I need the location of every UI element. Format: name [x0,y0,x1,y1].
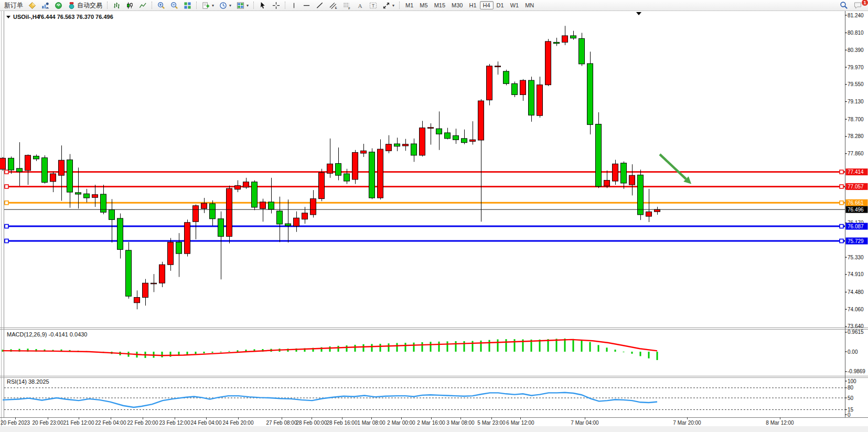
svg-text:0: 0 [848,412,851,418]
chat-badge: 1 [862,0,868,6]
svg-text:77.414: 77.414 [848,169,864,175]
tile-windows-button[interactable] [181,1,194,10]
svg-text:E: E [335,6,337,9]
svg-text:-0.9869: -0.9869 [848,368,865,374]
price-badge-75.729: 75.729 [846,238,868,245]
svg-text:79.970: 79.970 [848,65,864,70]
data-window-icon[interactable] [39,1,52,10]
svg-text:27 Feb 08:00: 27 Feb 08:00 [266,420,297,426]
svg-text:21 Feb 12:00: 21 Feb 12:00 [63,420,94,426]
period-button[interactable]: ▾ [217,1,234,10]
macd-label: MACD(12,26,9) -0.4141 0.0430 [7,331,87,338]
template-button[interactable]: ▾ [234,1,251,10]
svg-text:80: 80 [848,385,854,391]
line-chart-button[interactable] [136,1,149,10]
chart-title: USOil-,H476.444 76.563 76.370 76.496 [6,14,113,20]
tf-m30[interactable]: M30 [448,1,466,9]
chart-canvas[interactable]: 81.24080.81080.39079.97079.55079.13078.7… [0,0,868,432]
svg-text:2 Mar 00:00: 2 Mar 00:00 [387,420,415,426]
channel-button[interactable]: E [326,1,340,10]
svg-text:50: 50 [848,395,854,401]
svg-text:78.700: 78.700 [848,117,864,122]
svg-text:15: 15 [848,407,854,413]
svg-text:76.496: 76.496 [848,207,864,213]
fibonacci-button[interactable]: F [340,1,353,10]
cursor-button[interactable] [256,1,270,10]
text-button[interactable]: A [353,1,367,10]
svg-text:20 Feb 2023: 20 Feb 2023 [1,420,30,426]
price-badge-76.496: 76.496 [846,206,868,213]
search-button[interactable] [837,1,851,10]
svg-text:6 Mar 12:00: 6 Mar 12:00 [506,420,534,426]
svg-text:A: A [358,2,362,8]
tf-d1[interactable]: D1 [494,1,507,9]
tf-m1[interactable]: M1 [402,1,416,9]
svg-text:76.661: 76.661 [848,200,864,206]
new-order-button[interactable]: 新订单 [2,1,26,10]
tf-h1[interactable]: H1 [466,1,479,9]
tf-h4[interactable]: H4 [480,1,494,9]
rsi-label: RSI(14) 38.2025 [7,378,49,385]
svg-text:USOil-,H4: USOil-,H4 [13,14,40,20]
svg-text:28 Feb 00:00: 28 Feb 00:00 [296,420,327,426]
zoom-in-button[interactable] [155,1,168,10]
gold-cube-icon[interactable] [26,1,39,10]
svg-text:5 Mar 23:00: 5 Mar 23:00 [477,420,506,426]
svg-text:28 Feb 16:00: 28 Feb 16:00 [327,420,358,426]
svg-text:79.550: 79.550 [848,81,864,87]
tf-w1[interactable]: W1 [507,1,522,9]
zoom-out-button[interactable] [168,1,181,10]
new-order-label: 新订单 [4,1,23,10]
svg-text:76.444 76.563 76.370 76.496: 76.444 76.563 76.370 76.496 [38,14,113,20]
navigator-icon[interactable] [52,1,65,10]
autotrading-button[interactable]: 自动交易 [65,1,105,10]
price-badge-77.414: 77.414 [846,168,868,175]
bar-chart-button[interactable] [110,1,123,10]
svg-text:75.729: 75.729 [848,238,864,244]
chevron-down-icon: ▾ [247,3,249,8]
price-badge-76.661: 76.661 [846,199,868,206]
svg-text:7 Mar 04:00: 7 Mar 04:00 [571,420,599,426]
separator [253,2,254,9]
svg-text:T: T [372,3,374,8]
arrows-button[interactable]: ▾ [380,1,397,10]
svg-text:77.057: 77.057 [848,184,864,189]
svg-text:100: 100 [848,378,856,384]
tf-m5[interactable]: M5 [416,1,431,9]
label-button[interactable]: T [367,1,380,10]
separator [399,2,400,9]
crosshair-button[interactable] [270,1,283,10]
svg-text:23 Feb 12:00: 23 Feb 12:00 [159,420,190,426]
svg-text:80.390: 80.390 [848,47,864,53]
chat-button[interactable]: 1 [851,1,865,10]
horizontal-line-button[interactable] [300,1,313,10]
trendline-button[interactable] [313,1,326,10]
svg-text:78.280: 78.280 [848,133,864,139]
svg-text:20 Feb 23:00: 20 Feb 23:00 [33,420,63,426]
separator [107,2,108,9]
svg-text:0.00: 0.00 [848,349,858,355]
svg-text:80.810: 80.810 [848,30,864,36]
svg-text:73.640: 73.640 [848,323,864,329]
svg-text:74.910: 74.910 [848,271,864,277]
chevron-down-icon: ▾ [212,3,214,8]
svg-text:3 Mar 08:00: 3 Mar 08:00 [446,420,475,426]
autotrading-label: 自动交易 [77,1,102,10]
toolbar: 新订单 自动交易 ▾ ▾ ▾ E F A T ▾ M1 [0,0,868,11]
chevron-down-icon: ▾ [229,3,231,8]
svg-text:24 Feb 20:00: 24 Feb 20:00 [223,420,254,426]
svg-text:75.330: 75.330 [848,255,864,260]
svg-text:0.9615: 0.9615 [848,329,864,335]
svg-text:76.087: 76.087 [848,224,864,229]
tf-mn[interactable]: MN [522,1,537,9]
svg-text:81.240: 81.240 [848,13,864,18]
svg-text:2 Mar 16:00: 2 Mar 16:00 [417,420,445,426]
separator [196,2,197,9]
chart-background [0,11,868,426]
candlestick-button[interactable] [123,1,136,10]
vertical-line-button[interactable] [288,1,300,10]
new-chart-button[interactable]: ▾ [199,1,217,10]
chevron-down-icon: ▾ [392,3,394,8]
price-badge-76.087: 76.087 [846,223,868,230]
tf-m15[interactable]: M15 [431,1,448,9]
